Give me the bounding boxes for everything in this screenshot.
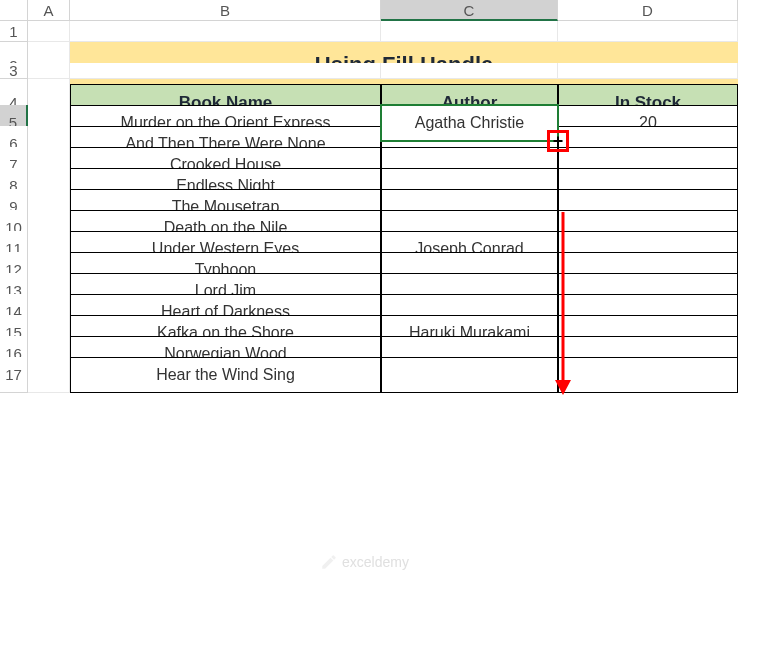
col-header-C[interactable]: C xyxy=(381,0,558,21)
cell-book-17[interactable]: Hear the Wind Sing xyxy=(70,357,381,393)
cell-D3[interactable] xyxy=(558,63,738,79)
cell-B3[interactable] xyxy=(70,63,381,79)
plus-icon: + xyxy=(553,132,564,150)
cell-D1[interactable] xyxy=(558,21,738,42)
cell-B1[interactable] xyxy=(70,21,381,42)
watermark: exceldemy xyxy=(320,553,409,571)
col-header-A[interactable]: A xyxy=(28,0,70,21)
row-header-1[interactable]: 1 xyxy=(0,21,28,42)
row-header-3[interactable]: 3 xyxy=(0,63,28,79)
cell-A17[interactable] xyxy=(28,357,70,393)
cell-stock-17[interactable] xyxy=(558,357,738,393)
select-all-corner[interactable] xyxy=(0,0,28,21)
fill-handle[interactable]: + xyxy=(547,130,569,152)
cell-author-5[interactable]: Agatha Christie+ xyxy=(381,105,558,141)
cell-C3[interactable] xyxy=(381,63,558,79)
cell-author-text: Agatha Christie xyxy=(415,114,524,132)
col-header-D[interactable]: D xyxy=(558,0,738,21)
pencil-icon xyxy=(320,553,338,571)
cell-A1[interactable] xyxy=(28,21,70,42)
cell-author-17[interactable] xyxy=(381,357,558,393)
spreadsheet-grid[interactable]: A B C D 1 2 Using Fill Handle 3 4 Book N… xyxy=(0,0,767,378)
row-header-17[interactable]: 17 xyxy=(0,357,28,393)
col-header-B[interactable]: B xyxy=(70,0,381,21)
cell-A3[interactable] xyxy=(28,63,70,79)
cell-C1[interactable] xyxy=(381,21,558,42)
